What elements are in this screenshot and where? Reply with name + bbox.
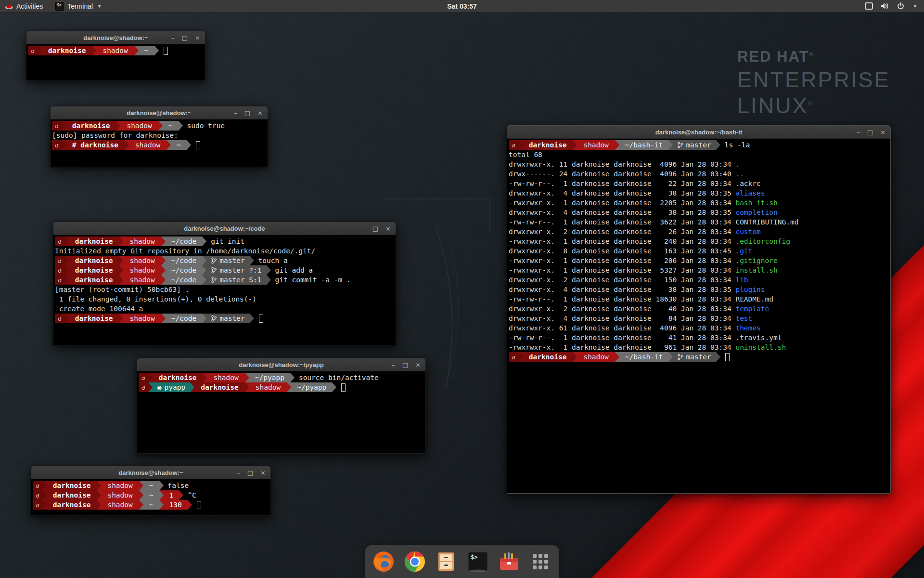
terminal-cursor [725,353,730,361]
file-list-row: drwx------. 24 darknoise darknoise 4096 … [509,169,889,179]
window-titlebar[interactable]: darknoise@shadow:~/code–□× [53,222,396,235]
dock-files-icon[interactable] [434,549,459,574]
terminal-output-line: [sudo] password for darknoise: [52,131,267,140]
powerline-separator-icon [119,236,123,246]
dock-firefox-icon[interactable] [371,549,396,574]
prompt-segment-path: ~/pyapp [249,373,290,382]
powerline-separator-icon [42,481,47,490]
app-menu-terminal[interactable]: $> Terminal ▼ [51,0,106,13]
file-attributes: -rwxrwxr-x. 1 darknoise darknoise 5327 J… [509,266,735,274]
file-list-row: drwxrwxr-x. 8 darknoise darknoise 163 Ja… [509,246,889,256]
minimize-button[interactable]: – [237,470,240,476]
maximize-button[interactable]: □ [372,225,378,232]
powerline-separator-icon [161,314,166,323]
close-button[interactable]: × [415,362,421,368]
git-branch-icon [211,257,217,264]
close-button[interactable]: × [260,470,266,476]
file-attributes: -rwxrwxr-x. 1 darknoise darknoise 206 Ja… [509,257,735,264]
prompt-segment-git: master S:1 [206,275,266,285]
terminal-content[interactable]: ↺darknoiseshadow~/bash-itmasterls -latot… [507,139,890,493]
powerline-separator-icon [159,481,164,490]
terminal-cursor [197,501,201,509]
powerline-separator-icon [202,236,206,246]
minimize-button[interactable]: – [857,129,860,135]
file-list-row: -rwxrwxr-x. 1 darknoise darknoise 206 Ja… [509,256,889,265]
maximize-button[interactable]: □ [867,129,873,135]
file-list-row: -rwxrwxr-x. 1 darknoise darknoise 5327 J… [509,265,889,275]
dock-toolbox-icon[interactable] [497,549,522,574]
close-button[interactable]: × [195,35,200,41]
file-list-row: drwxrwxr-x. 4 darknoise darknoise 38 Jan… [509,285,889,294]
powerline-separator-icon [119,275,123,285]
terminal-content[interactable]: ↺darknoiseshadow~/codegit initInitialize… [53,235,396,345]
command-text: git init [206,237,244,245]
window-titlebar[interactable]: darknoise@shadow:~–□× [31,466,270,479]
display-status-icon[interactable] [865,2,873,10]
powerline-separator-icon [668,352,673,362]
window-titlebar[interactable]: darknoise@shadow:~–□× [51,106,268,119]
dock-chrome-icon[interactable] [402,549,427,574]
close-button[interactable]: × [257,110,263,116]
dock: $> [365,545,559,578]
powerline-separator-icon [64,265,69,275]
system-menu-caret-icon[interactable]: ▼ [913,4,917,9]
prompt-swirl-icon: ↺ [33,490,42,500]
file-list-row: drwxrwxr-x. 4 darknoise darknoise 84 Jan… [509,314,889,323]
powerline-separator-icon [148,382,153,392]
terminal-content[interactable]: ↺darknoiseshadow~ [26,44,205,80]
prompt-segment-user: # darknoise [66,140,125,150]
file-attributes: drwxrwxr-x. 4 darknoise darknoise 38 Jan… [509,286,735,293]
maximize-button[interactable]: □ [247,470,253,476]
file-name: . [735,160,740,168]
window-titlebar[interactable]: darknoise@shadow:~/bash-it–□× [507,126,890,139]
prompt-segment-host: shadow [101,490,139,500]
maximize-button[interactable]: □ [182,35,188,41]
close-button[interactable]: × [385,225,391,232]
prompt-segment-git: master [673,140,716,150]
prompt-swirl-icon: ↺ [33,500,42,510]
command-text: false [164,482,189,489]
prompt-segment-user: darknoise [66,121,116,131]
minimize-button[interactable]: – [392,362,395,368]
command-text: git commit -a -m . [271,276,351,284]
rhel-branding: RED HAT® ENTERPRISE LINUX® [737,48,890,118]
minimize-button[interactable]: – [234,110,237,116]
prompt-segment-path: ~ [143,481,159,490]
window-title: darknoise@shadow:~ [118,469,183,476]
terminal-window-home-1: darknoise@shadow:~–□×↺darknoiseshadow~ [26,31,205,81]
prompt-segment-user: darknoise [69,236,119,246]
prompt-line: ↺◉pyappdarknoiseshadow~/pyapp [139,382,424,392]
clock[interactable]: Sat 03:57 [447,2,476,10]
terminal-content[interactable]: ↺darknoiseshadow~sudo true[sudo] passwor… [51,119,268,167]
window-title: darknoise@shadow:~ [83,34,148,41]
prompt-line: ↺darknoiseshadow~/pyappsource bin/activa… [139,373,424,382]
terminal-content[interactable]: ↺darknoiseshadow~/pyappsource bin/activa… [137,371,425,453]
maximize-button[interactable]: □ [402,362,408,368]
file-attributes: drwxrwxr-x. 11 darknoise darknoise 4096 … [509,160,735,168]
prompt-segment-user: darknoise [153,373,203,382]
activities-button[interactable]: Activities [4,0,48,13]
volume-icon[interactable] [881,2,889,10]
prompt-swirl-icon: ↺ [139,382,148,392]
powerline-separator-icon [179,121,183,131]
power-icon[interactable] [897,2,904,10]
dock-terminal-icon[interactable]: $> [465,549,490,574]
dock-app-grid-icon[interactable] [528,549,553,574]
prompt-segment-path: ~ [163,121,179,131]
prompt-segment-exit: 1 [164,490,180,500]
prompt-line: ↺darknoiseshadow~ [28,46,204,55]
minimize-button[interactable]: – [362,225,365,232]
prompt-swirl-icon: ↺ [55,314,64,323]
window-titlebar[interactable]: darknoise@shadow:~–□× [26,31,205,44]
file-name: .gitignore [735,257,777,264]
close-button[interactable]: × [880,129,886,135]
file-name: .travis.yml [735,334,782,342]
minimize-button[interactable]: – [171,35,175,41]
maximize-button[interactable]: □ [244,110,250,116]
prompt-segment-user: darknoise [42,46,92,55]
terminal-content[interactable]: ↺darknoiseshadow~false↺darknoiseshadow~1… [31,479,270,515]
prompt-segment-path: ~/pyapp [291,382,332,392]
window-titlebar[interactable]: darknoise@shadow:~/pyapp–□× [137,358,425,371]
powerline-separator-icon [668,140,673,150]
file-list-row: drwxrwxr-x. 2 darknoise darknoise 150 Ja… [509,275,889,285]
